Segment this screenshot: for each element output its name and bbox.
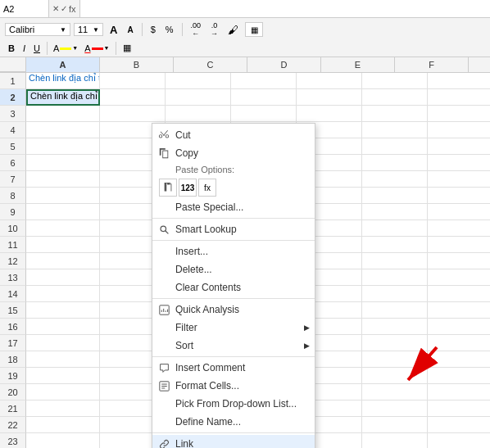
cell-g23[interactable] — [428, 433, 490, 448]
row-header-7[interactable]: 7 — [0, 171, 26, 188]
menu-item-cut[interactable]: Cut — [152, 126, 315, 144]
formula-input[interactable] — [79, 0, 490, 17]
cell-f1[interactable] — [362, 73, 428, 89]
cell-g4[interactable] — [428, 122, 490, 138]
cell-g1[interactable] — [428, 73, 490, 89]
menu-item-copy[interactable]: Copy — [152, 144, 315, 162]
row-header-1[interactable]: 1 — [0, 73, 26, 89]
menu-item-clear-contents[interactable]: Clear Contents — [152, 278, 315, 296]
cell-a1[interactable]: Chèn link địa chỉ trong... — [26, 73, 100, 89]
italic-btn[interactable]: I — [20, 42, 29, 55]
cell-f16[interactable] — [362, 319, 428, 335]
cell-a13[interactable] — [26, 269, 100, 286]
cell-f4[interactable] — [362, 122, 428, 138]
menu-item-insert[interactable]: Insert... — [152, 242, 315, 260]
row-header-11[interactable]: 11 — [0, 237, 26, 253]
decrease-decimal-btn[interactable]: .0→ — [207, 20, 221, 39]
cell-reference-box[interactable]: A2 — [0, 0, 49, 17]
cell-a2[interactable]: Chèn link địa chỉ — [26, 89, 100, 106]
row-header-18[interactable]: 18 — [0, 351, 26, 368]
increase-decimal-btn[interactable]: .00← — [188, 20, 205, 39]
cell-d3[interactable] — [231, 106, 297, 122]
cell-f8[interactable] — [362, 188, 428, 204]
cell-g21[interactable] — [428, 400, 490, 417]
row-header-10[interactable]: 10 — [0, 220, 26, 237]
cell-f6[interactable] — [362, 155, 428, 171]
cell-c2[interactable] — [166, 89, 231, 106]
row-header-19[interactable]: 19 — [0, 368, 26, 384]
cell-b3[interactable] — [100, 106, 166, 122]
col-header-c[interactable]: C — [174, 57, 247, 72]
paste-btn[interactable] — [159, 179, 177, 197]
cell-e3[interactable] — [297, 106, 362, 122]
cell-g19[interactable] — [428, 368, 490, 384]
col-header-b[interactable]: B — [100, 57, 174, 72]
cell-g15[interactable] — [428, 302, 490, 319]
cell-f22[interactable] — [362, 417, 428, 433]
cancel-icon[interactable]: ✕ — [52, 4, 59, 13]
cell-a20[interactable] — [26, 384, 100, 400]
paste-formulas-btn[interactable]: fx — [198, 179, 216, 197]
col-header-f[interactable]: F — [395, 57, 469, 72]
decrease-font-btn[interactable]: A — [124, 24, 136, 36]
cell-f10[interactable] — [362, 220, 428, 237]
cell-g8[interactable] — [428, 188, 490, 204]
cell-a8[interactable] — [26, 188, 100, 204]
cell-g11[interactable] — [428, 237, 490, 253]
cell-f14[interactable] — [362, 286, 428, 302]
menu-item-smart-lookup[interactable]: Smart Lookup — [152, 220, 315, 238]
cell-a15[interactable] — [26, 302, 100, 319]
col-header-a[interactable]: A — [26, 57, 100, 72]
cell-a4[interactable] — [26, 122, 100, 138]
cell-g17[interactable] — [428, 335, 490, 351]
cell-f5[interactable] — [362, 138, 428, 155]
percent-btn[interactable]: % — [162, 23, 177, 36]
cell-a11[interactable] — [26, 237, 100, 253]
col-header-e[interactable]: E — [321, 57, 395, 72]
highlight-color-btn[interactable]: A ▼ — [51, 42, 80, 55]
confirm-icon[interactable]: ✓ — [61, 4, 67, 13]
cell-a7[interactable] — [26, 171, 100, 188]
cell-f20[interactable] — [362, 384, 428, 400]
font-color-dropdown[interactable]: ▼ — [104, 45, 110, 51]
row-header-5[interactable]: 5 — [0, 138, 26, 155]
row-header-13[interactable]: 13 — [0, 269, 26, 286]
cell-a17[interactable] — [26, 335, 100, 351]
cell-f19[interactable] — [362, 368, 428, 384]
col-header-d[interactable]: D — [247, 57, 321, 72]
cell-f21[interactable] — [362, 400, 428, 417]
row-header-15[interactable]: 15 — [0, 302, 26, 319]
cell-g9[interactable] — [428, 204, 490, 220]
cell-a19[interactable] — [26, 368, 100, 384]
cell-g20[interactable] — [428, 384, 490, 400]
row-header-14[interactable]: 14 — [0, 286, 26, 302]
cell-a10[interactable] — [26, 220, 100, 237]
cell-f12[interactable] — [362, 253, 428, 269]
row-header-9[interactable]: 9 — [0, 204, 26, 220]
cell-b1[interactable] — [100, 73, 166, 89]
cell-a9[interactable] — [26, 204, 100, 220]
col-header-g[interactable]: G — [469, 57, 490, 72]
cell-g3[interactable] — [428, 106, 490, 122]
cell-f17[interactable] — [362, 335, 428, 351]
cell-g14[interactable] — [428, 286, 490, 302]
function-icon[interactable]: fx — [69, 4, 76, 14]
cell-g2[interactable] — [428, 89, 490, 106]
menu-item-format-cells[interactable]: Format Cells... — [152, 377, 315, 395]
bold-btn[interactable]: B — [5, 42, 18, 55]
cell-f9[interactable] — [362, 204, 428, 220]
cell-a14[interactable] — [26, 286, 100, 302]
cell-g12[interactable] — [428, 253, 490, 269]
underline-btn[interactable]: U — [30, 42, 43, 55]
cell-f13[interactable] — [362, 269, 428, 286]
cell-b2[interactable] — [100, 89, 166, 106]
row-header-23[interactable]: 23 — [0, 433, 26, 448]
cell-e2[interactable] — [297, 89, 362, 106]
cell-a5[interactable] — [26, 138, 100, 155]
font-name-selector[interactable]: Calibri ▼ — [5, 23, 70, 36]
menu-item-filter[interactable]: Filter ▶ — [152, 319, 315, 337]
paste-values-btn[interactable]: 123 — [179, 179, 197, 197]
row-header-2[interactable]: 2 — [0, 89, 26, 106]
number-format-box[interactable]: ▦ — [245, 22, 263, 37]
cell-c1[interactable] — [166, 73, 231, 89]
